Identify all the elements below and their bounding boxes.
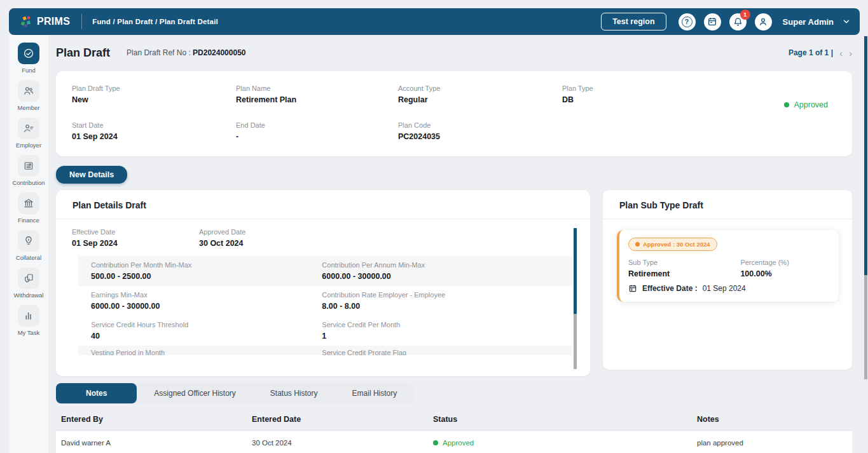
effective-date-row: Effective Date : 01 Sep 2024 — [628, 284, 829, 293]
plan-summary-card: Plan Draft Type New Plan Name Retirement… — [56, 71, 852, 156]
table-header-row: Entered By Entered Date Status Notes — [56, 409, 852, 431]
approved-dot-icon — [784, 102, 789, 107]
people-icon — [18, 80, 39, 102]
sub-type-item-card: Approved : 30 Oct 2024 Sub Type Retireme… — [617, 230, 839, 302]
check-circle-icon — [18, 43, 39, 64]
top-navigation-bar: PRIMS Fund / Plan Draft / Plan Draft Det… — [9, 8, 860, 35]
field-effective-date: Effective Date 01 Sep 2024 — [72, 228, 199, 248]
bank-icon — [18, 193, 39, 214]
table-row[interactable]: David warner A 30 Oct 2024 Approved plan… — [56, 431, 852, 453]
plan-draft-ref: Plan Draft Ref No : PD2024000050 — [127, 48, 245, 57]
notes-table: Entered By Entered Date Status Notes Dav… — [56, 409, 852, 453]
divider — [603, 219, 852, 219]
tab-email-history[interactable]: Email History — [335, 383, 415, 403]
test-region-button[interactable]: Test region — [601, 13, 666, 30]
field-plan-code: Plan Code PC2024035 — [398, 121, 562, 141]
page-title: Plan Draft — [56, 46, 110, 60]
user-icon — [758, 17, 768, 27]
detail-row-earnings: Earnings Min-Max 6000.00 - 30000.00 Cont… — [78, 286, 572, 316]
lightbulb-icon — [18, 230, 39, 252]
col-entered-by: Entered By — [61, 415, 252, 424]
logo[interactable]: PRIMS — [19, 15, 70, 29]
plan-sub-type-title: Plan Sub Type Draft — [603, 190, 852, 219]
sidebar-item-my-task[interactable]: My Task — [18, 305, 40, 336]
bell-icon — [733, 17, 743, 27]
plan-details-draft-card: Plan Details Draft Effective Date 01 Sep… — [56, 190, 590, 376]
sidebar-item-withdrawal[interactable]: Withdrawal — [14, 267, 44, 299]
col-notes: Notes — [697, 415, 852, 424]
pagination-label: Page 1 of 1 | — [789, 48, 833, 57]
approved-dot-icon — [433, 440, 438, 445]
sidebar-item-fund[interactable]: Fund — [18, 43, 39, 74]
detail-row-contribution: Contribution Per Month Min-Max 500.00 - … — [78, 256, 572, 286]
col-status: Status — [433, 415, 697, 424]
prims-logo-icon — [19, 15, 33, 29]
shield-doc-icon — [18, 267, 39, 289]
tab-notes[interactable]: Notes — [56, 383, 137, 403]
page-next-icon[interactable]: › — [849, 48, 852, 58]
sidebar-item-collateral[interactable]: Collateral — [16, 230, 41, 261]
app-root: PRIMS Fund / Plan Draft / Plan Draft Det… — [0, 0, 868, 453]
field-percentage: Percentage (%) 100.00% — [740, 259, 829, 278]
profile-button[interactable] — [755, 13, 772, 30]
calendar-icon — [707, 17, 717, 27]
new-details-button[interactable]: New Details — [56, 166, 127, 184]
detail-row-service-credit: Service Credit Hours Threshold 40 Servic… — [78, 316, 572, 346]
plan-details-field-list: Contribution Per Month Min-Max 500.00 - … — [78, 256, 572, 355]
tab-status-history[interactable]: Status History — [253, 383, 335, 403]
sidebar-item-finance[interactable]: Finance — [18, 193, 39, 224]
help-icon: ? — [682, 17, 692, 27]
field-plan-name: Plan Name Retirement Plan — [236, 85, 398, 104]
ref-number: PD2024000050 — [193, 48, 245, 57]
cell-notes: plan approved — [697, 439, 852, 447]
document-card-icon — [18, 155, 39, 177]
help-button[interactable]: ? — [679, 13, 696, 30]
main-content: Plan Draft Plan Draft Ref No : PD2024000… — [56, 35, 858, 453]
topbar-divider — [81, 14, 82, 29]
user-name[interactable]: Super Admin — [783, 17, 834, 27]
field-start-date: Start Date 01 Sep 2024 — [72, 121, 236, 141]
person-list-icon — [18, 118, 39, 139]
approved-date-pill: Approved : 30 Oct 2024 — [628, 238, 717, 251]
plan-sub-type-draft-card: Plan Sub Type Draft Approved : 30 Oct 20… — [603, 190, 852, 370]
bar-chart-icon — [18, 305, 39, 327]
field-approved-date: Approved Date 30 Oct 2024 — [199, 228, 575, 248]
cell-status: Approved — [433, 439, 697, 447]
field-account-type: Account Type Regular — [398, 85, 562, 104]
field-plan-draft-type: Plan Draft Type New — [72, 85, 236, 104]
calendar-small-icon — [628, 284, 637, 293]
logo-text: PRIMS — [37, 16, 70, 27]
sidebar-item-employer[interactable]: Employer — [16, 118, 41, 149]
page-scrollbar-track — [864, 275, 867, 379]
sidebar: Fund Member Employer — [9, 35, 48, 453]
field-end-date: End Date - — [236, 121, 398, 141]
sidebar-item-contribution[interactable]: Contribution — [12, 155, 45, 186]
cell-entered-date: 30 Oct 2024 — [252, 439, 433, 447]
tab-assigned-officer-history[interactable]: Assigned Officer History — [137, 383, 253, 403]
field-sub-type: Sub Type Retirement — [628, 259, 740, 278]
card-scrollbar-thumb[interactable] — [574, 228, 577, 314]
cell-entered-by: David warner A — [61, 439, 252, 447]
col-entered-date: Entered Date — [252, 415, 433, 424]
status-badge: Approved — [784, 100, 828, 109]
plan-details-title: Plan Details Draft — [56, 190, 590, 219]
card-scrollbar-track — [574, 314, 577, 369]
history-tabs: Notes Assigned Officer History Status Hi… — [56, 383, 414, 403]
calendar-button[interactable] — [704, 13, 721, 30]
sidebar-item-member[interactable]: Member — [18, 80, 40, 111]
page-prev-icon[interactable]: ‹ — [839, 48, 843, 58]
orange-dot-icon — [635, 242, 640, 247]
notifications-button[interactable]: 1 — [729, 13, 747, 30]
card-scrollbar[interactable] — [574, 228, 577, 369]
chevron-down-icon[interactable] — [842, 17, 851, 26]
detail-row-vesting: Vesting Period in Month Service Credit P… — [78, 346, 572, 355]
page-scrollbar-thumb[interactable] — [864, 36, 867, 275]
notification-count-badge: 1 — [740, 10, 750, 20]
breadcrumb: Fund / Plan Draft / Plan Draft Detail — [92, 18, 218, 25]
